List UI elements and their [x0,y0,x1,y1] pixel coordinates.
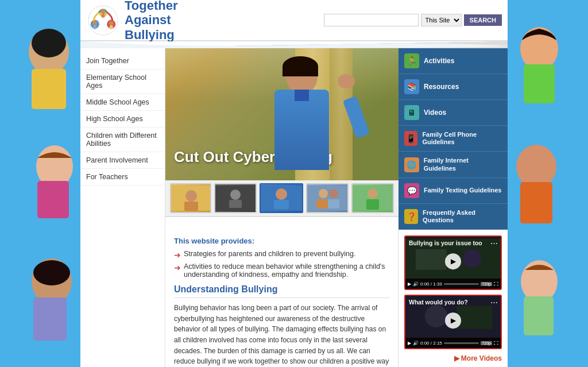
internet-icon: 🌐 [404,157,419,172]
video-1-time: 0:00 / 1:33 [420,281,442,287]
video-1-play-ctrl[interactable]: ▶ [408,281,411,287]
svg-point-10 [516,145,556,188]
svg-rect-6 [33,298,67,341]
more-videos-anchor[interactable]: ▶ More Videos [454,354,502,362]
right-sidebar-nav: 🏃 Activities 📚 Resources 🖥 Videos 📱 Fami… [399,48,508,230]
thumb-3[interactable] [260,183,303,213]
sidebar-item-texting[interactable]: 💬 Family Texting Guidelines [399,178,508,204]
svg-rect-29 [229,200,242,208]
thumb-2[interactable] [214,183,257,213]
video-2-share-icon[interactable]: ⋯ [490,298,498,307]
videos-label: Videos [424,109,446,117]
bullet-arrow-1: ➜ [174,250,181,260]
bullet-1: ➜ Strategies for parents and children to… [174,250,389,260]
videos-icon: 🖥 [404,105,419,120]
svg-point-7 [33,260,70,285]
svg-rect-21 [110,25,113,29]
svg-point-2 [32,29,66,57]
thumb-1[interactable] [170,183,211,213]
sidebar-item-resources[interactable]: 📚 Resources [399,74,508,100]
activities-label: Activities [424,57,454,65]
faq-icon: ❓ [404,209,418,224]
texting-label: Family Texting Guidelines [424,187,502,194]
video-2-progress-bar[interactable] [444,342,479,344]
nav-join-together[interactable]: Join Together [80,53,165,69]
search-button[interactable]: SEARCH [464,14,502,26]
svg-point-31 [276,188,287,200]
logo-text: Together Against Bullying [125,0,177,42]
video-2-speaker-icon[interactable]: 🔊 [413,341,419,346]
right-decoration [508,0,588,367]
svg-point-61 [425,305,447,327]
bullet-2: ➜ Activities to reduce mean behavior whi… [174,262,389,279]
sidebar-item-videos[interactable]: 🖥 Videos [399,100,508,126]
svg-point-22 [92,21,97,25]
svg-rect-62 [457,306,492,329]
more-videos-link[interactable]: ▶ More Videos [404,354,502,362]
internet-label: Family Internet Guidelines [424,157,502,172]
search-input[interactable] [324,14,419,26]
main-content: This website provides: ➜ Strategies for … [165,230,399,367]
video-1-progress-bar[interactable] [444,283,479,285]
understanding-title: Understanding Bullying [174,284,389,298]
nav-high-school[interactable]: High School Ages [80,111,165,128]
left-decoration [0,0,80,367]
sidebar-item-activities[interactable]: 🏃 Activities [399,48,508,74]
nav-middle-school[interactable]: Middle School Ages [80,94,165,111]
provides-title: This website provides: [174,237,389,245]
video-2-play-button[interactable]: ▶ [445,312,461,329]
svg-point-35 [329,189,338,198]
svg-point-25 [185,190,197,202]
svg-rect-40 [366,199,379,210]
logo-icon [87,5,119,36]
svg-point-34 [319,189,328,198]
bullet-text-2: Activities to reduce mean behavior while… [184,262,389,279]
video-1-title: Bullying is your issue too [409,239,488,246]
video-widget-1[interactable]: Bullying is your issue too ⋯ ▶ ▶ 🔊 0:00 … [404,235,502,290]
activities-icon: 🏃 [404,53,419,68]
nav-children-different[interactable]: Children with Different Abilities [80,128,165,152]
video-1-speaker-icon[interactable]: 🔊 [413,281,419,287]
video-2-title: What would you do? [409,299,488,306]
thumb-4[interactable] [306,183,349,213]
svg-rect-4 [37,181,69,218]
video-1-share-icon[interactable]: ⋯ [490,239,498,248]
bullet-text-1: Strategies for parents and children to p… [184,250,355,258]
nav-teachers[interactable]: For Teachers [80,169,165,186]
nav-elementary[interactable]: Elementary School Ages [80,69,165,94]
nav-parent[interactable]: Parent Involvement [80,152,165,169]
svg-point-28 [230,190,241,200]
svg-rect-9 [524,64,555,103]
svg-point-18 [101,9,106,14]
cell-phone-icon: 📱 [404,131,417,146]
video-2-fullscreen-icon[interactable]: ⛶ [494,341,498,346]
svg-rect-11 [520,182,552,223]
faq-label: Frequently Asked Questions [423,209,502,224]
svg-rect-37 [328,199,339,208]
thumb-5[interactable] [351,183,394,213]
hero-banner: Cut Out Cyberbullying [165,48,399,180]
video-2-time: 0:00 / 2:15 [420,341,442,346]
sidebar-item-cell-phone[interactable]: 📱 Family Cell Phone Guidelines [399,126,508,152]
logo[interactable]: Together Against Bullying [87,0,177,42]
understanding-text: Bullying behavior has long been a part o… [174,303,389,367]
right-sidebar-content: Bullying is your issue too ⋯ ▶ ▶ 🔊 0:00 … [399,230,508,367]
svg-rect-19 [102,14,105,18]
video-1-fullscreen-icon[interactable]: ⛶ [494,281,498,287]
sidebar-item-faq[interactable]: ❓ Frequently Asked Questions [399,204,508,230]
video-1-play-button[interactable]: ▶ [445,253,461,269]
bullet-arrow-2: ➜ [174,263,181,272]
svg-rect-23 [93,25,96,29]
search-area: This Site Web SEARCH [324,14,502,26]
thumbnail-strip [165,180,399,217]
svg-rect-26 [184,202,198,211]
texting-icon: 💬 [404,183,419,198]
svg-rect-58 [416,249,447,270]
sidebar-item-internet[interactable]: 🌐 Family Internet Guidelines [399,152,508,177]
video-2-play-ctrl[interactable]: ▶ [408,341,411,346]
svg-rect-36 [316,199,328,208]
search-scope-select[interactable]: This Site Web [421,14,462,26]
video-1-quality-badge: 720p [481,282,492,286]
svg-point-20 [109,21,114,25]
video-widget-2[interactable]: What would you do? ⋯ ▶ ▶ 🔊 0:00 / 2:15 7… [404,295,502,349]
